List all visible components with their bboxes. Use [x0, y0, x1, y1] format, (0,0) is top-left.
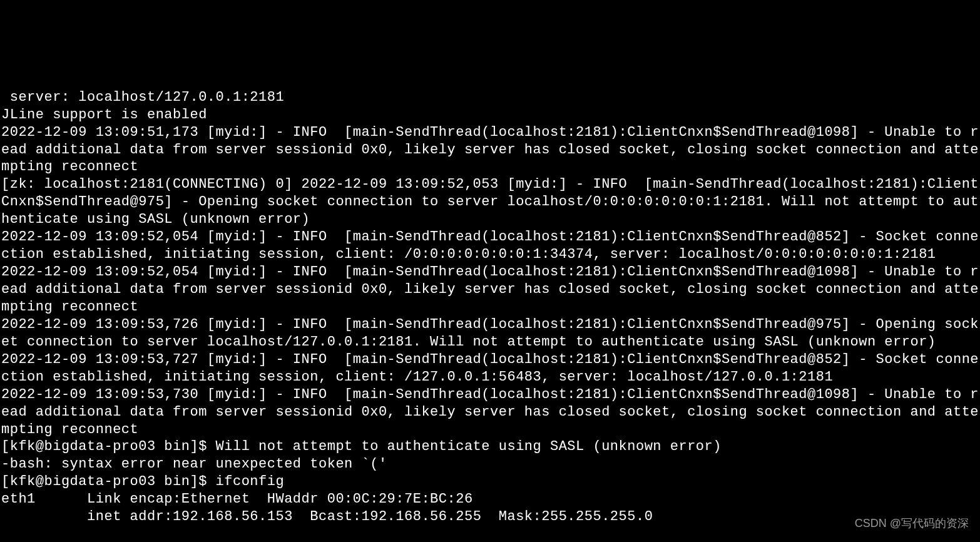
terminal-line: server: localhost/127.0.0.1:2181: [1, 89, 284, 105]
terminal-error-line: -bash: syntax error near unexpected toke…: [1, 456, 387, 472]
terminal-line: [zk: localhost:2181(CONNECTING) 0] 2022-…: [1, 176, 979, 227]
terminal-line: JLine support is enabled: [1, 107, 207, 123]
terminal-line: 2022-12-09 13:09:52,054 [myid:] - INFO […: [1, 264, 979, 315]
terminal-line: 2022-12-09 13:09:53,726 [myid:] - INFO […: [1, 317, 979, 350]
terminal-prompt-line: [kfk@bigdata-pro03 bin]$ Will not attemp…: [1, 439, 722, 454]
terminal-line: 2022-12-09 13:09:51,173 [myid:] - INFO […: [1, 125, 979, 175]
terminal-line: 2022-12-09 13:09:53,727 [myid:] - INFO […: [1, 352, 979, 385]
terminal-line: 2022-12-09 13:09:53,730 [myid:] - INFO […: [1, 387, 979, 437]
watermark: CSDN @写代码的资深: [855, 516, 969, 531]
terminal-output[interactable]: server: localhost/127.0.0.1:2181 JLine s…: [0, 71, 980, 526]
terminal-line: eth1 Link encap:Ethernet HWaddr 00:0C:29…: [1, 491, 473, 507]
terminal-prompt-line: [kfk@bigdata-pro03 bin]$ ifconfig: [1, 474, 284, 489]
terminal-line: 2022-12-09 13:09:52,054 [myid:] - INFO […: [1, 229, 979, 262]
terminal-line: inet addr:192.168.56.153 Bcast:192.168.5…: [1, 509, 653, 524]
